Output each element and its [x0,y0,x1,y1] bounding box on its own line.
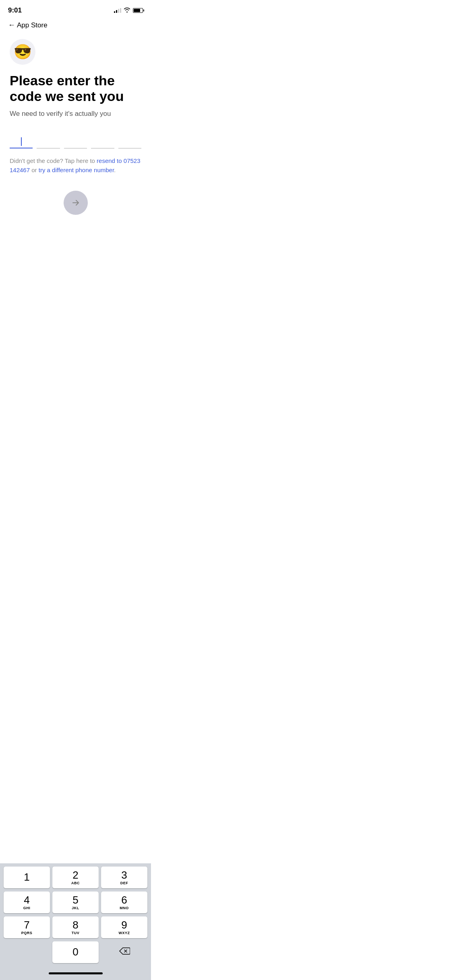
resend-text: Didn't get the code? Tap here to resend … [10,156,141,175]
battery-icon [133,8,143,13]
wifi-icon [124,7,130,14]
back-label: App Store [17,21,48,29]
code-digit-3[interactable] [64,131,87,148]
status-bar: 9:01 [0,0,151,18]
nav-bar: ← App Store [0,18,151,33]
code-digit-5[interactable] [118,131,141,148]
avatar-emoji: 😎 [14,43,32,60]
code-digit-2[interactable] [37,131,60,148]
code-digit-1[interactable] [10,131,33,148]
different-number-link[interactable]: try a different phone number [39,167,114,173]
main-content: 😎 Please enter the code we sent you We n… [0,33,151,231]
page-title: Please enter the code we sent you [10,73,141,104]
status-time: 9:01 [8,6,22,14]
code-input-row [10,131,141,148]
back-arrow-icon: ← [8,21,15,29]
next-button[interactable] [64,191,88,215]
code-digit-4[interactable] [91,131,114,148]
resend-middle: or [30,167,39,173]
resend-prefix: Didn't get the code? Tap here to [10,157,97,164]
arrow-right-icon [71,198,81,208]
avatar: 😎 [10,39,35,65]
resend-suffix: . [114,167,116,173]
signal-icon [114,8,121,13]
page-subtitle: We need to verify it's actually you [10,110,141,118]
next-btn-container [10,191,141,215]
back-button[interactable]: ← App Store [8,21,48,29]
status-icons [114,7,143,14]
